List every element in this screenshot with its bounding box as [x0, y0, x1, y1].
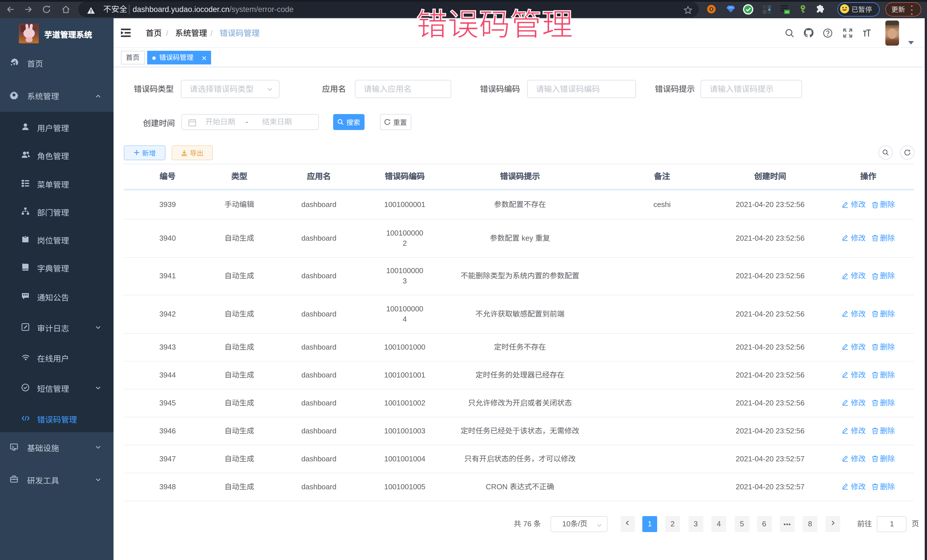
svg-text:on: on: [785, 10, 789, 14]
